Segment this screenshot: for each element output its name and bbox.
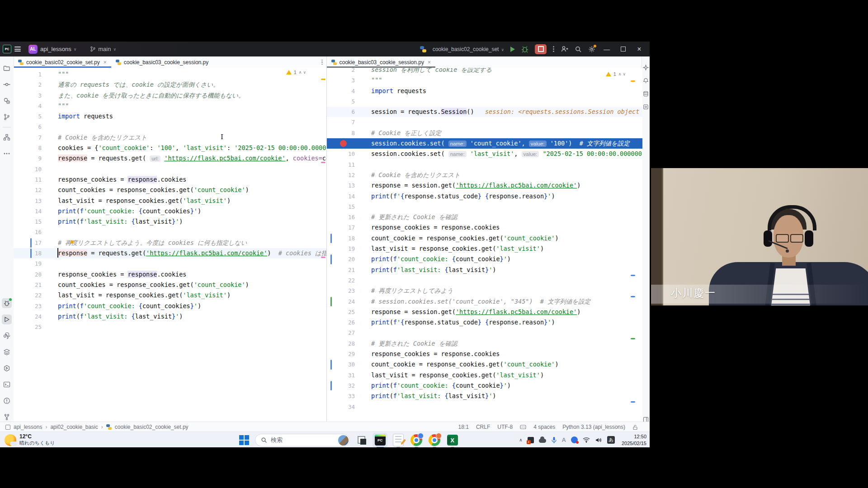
code-line[interactable]: 27 [327, 328, 642, 338]
code-line[interactable]: 14print(f'count_cookie: {count_cookies}'… [14, 206, 326, 216]
code-line[interactable]: 16 [14, 227, 326, 237]
code-line[interactable]: 14print(f'{response.status_code} {respon… [327, 191, 642, 202]
gutter[interactable]: 33 [327, 391, 355, 401]
tray-language-icon[interactable]: A [562, 436, 566, 443]
code-text[interactable]: import requests [42, 111, 326, 122]
code-text[interactable] [355, 96, 642, 107]
code-text[interactable]: print(f'count_cookie: {count_cookies}') [42, 301, 326, 311]
code-text[interactable]: print(f'count_cookie: {count_cookie}') [355, 380, 642, 391]
python-packages-tool-button[interactable] [2, 331, 12, 341]
code-text[interactable] [42, 164, 326, 174]
gutter[interactable]: 17 [327, 222, 355, 233]
settings-button[interactable] [588, 46, 595, 53]
code-text[interactable]: # Cookie を正しく設定 [355, 128, 642, 138]
caret-position-widget[interactable]: 18:1 [458, 424, 469, 430]
gutter[interactable]: 18 [327, 233, 355, 244]
code-line[interactable]: 12count_cookies = response_cookies.get('… [14, 185, 326, 195]
line-number[interactable]: 31 [340, 370, 355, 380]
line-number[interactable]: 8 [340, 128, 355, 138]
breadcrumb-package[interactable]: api02_cookie_basic [50, 424, 98, 430]
code-line[interactable]: 6 [14, 122, 326, 132]
code-text[interactable]: print(f'{response.status_code} {response… [355, 191, 642, 202]
gutter[interactable]: 7 [14, 132, 42, 143]
line-number[interactable]: 29 [340, 349, 355, 359]
gutter[interactable]: 10 [14, 164, 42, 174]
code-line[interactable]: 23print(f'count_cookie: {count_cookies}'… [14, 301, 326, 311]
line-number[interactable]: 22 [340, 275, 355, 286]
code-line[interactable]: 4""" [14, 101, 326, 111]
debug-tool-button[interactable] [2, 298, 12, 308]
code-text[interactable]: response_cookies = response.cookies [355, 222, 642, 233]
tab-options-button[interactable] [321, 59, 326, 66]
code-text[interactable]: last_visit = response_cookies.get('last_… [42, 196, 326, 206]
line-number[interactable]: 11 [340, 160, 355, 170]
code-line[interactable]: 13last_visit = response_cookies.get('las… [14, 196, 326, 206]
stop-button[interactable] [535, 44, 547, 54]
line-number[interactable]: 11 [26, 174, 42, 185]
code-line[interactable]: 4import requests [327, 86, 642, 96]
code-text[interactable]: """ [42, 101, 326, 111]
gutter[interactable]: 30 [327, 359, 355, 370]
line-number[interactable]: 23 [26, 301, 42, 311]
code-line[interactable]: 31last_visit = response_cookies.get('las… [327, 370, 642, 380]
code-line[interactable]: 3""" [327, 75, 642, 85]
taskbar-notepad-button[interactable] [392, 434, 404, 446]
code-text[interactable]: session を利用して cookie を設定する [355, 68, 642, 75]
editor-left[interactable]: 1"""2通常の requests では、cookie の設定が面倒くさい。3ま… [14, 68, 326, 422]
code-line[interactable]: 7# Cookie を含めたリクエスト [14, 132, 326, 143]
line-number[interactable]: 27 [340, 328, 355, 338]
gutter[interactable]: 5 [327, 96, 355, 107]
line-number[interactable]: 5 [340, 96, 355, 107]
code-line[interactable]: 3また、cookie を受け取ったときに自動的に保存する機能もない。 [14, 90, 326, 101]
code-line[interactable]: 7 [327, 117, 642, 127]
code-text[interactable] [42, 322, 326, 332]
pull-requests-tool-button[interactable] [2, 96, 12, 106]
line-separator-widget[interactable]: CRLF [476, 424, 490, 430]
tray-app-icon[interactable]: 1 [528, 437, 534, 443]
line-number[interactable]: 14 [26, 206, 42, 216]
code-line[interactable]: 22last_visit = response_cookies.get('las… [14, 290, 326, 300]
line-number[interactable]: 7 [340, 117, 355, 127]
more-actions-button[interactable] [553, 45, 554, 53]
code-text[interactable]: session.cookies.set( name: 'count_cookie… [355, 138, 642, 149]
code-line[interactable]: 1""" [14, 69, 326, 80]
code-line[interactable]: 8cookies = {'count_cookie': '100', 'last… [14, 143, 326, 153]
line-number[interactable]: 18 [340, 233, 355, 244]
code-text[interactable]: response_cookies = response.cookies [42, 174, 326, 185]
branches-tool-button[interactable] [2, 112, 12, 122]
code-line[interactable]: 20response_cookies = response.cookies [14, 269, 326, 280]
code-text[interactable]: print(f'count_cookie: {count_cookies}') [42, 206, 326, 216]
ai-assistant-tool-button[interactable] [642, 64, 649, 71]
code-line[interactable]: 5import requests [14, 111, 326, 122]
line-number[interactable]: 34 [340, 402, 355, 412]
code-line[interactable]: 24print(f'last_visit: {last_visit}') [14, 311, 326, 322]
line-number[interactable]: 22 [26, 290, 42, 300]
code-text[interactable]: # 再度リクエストしてみよう。今度は cookies に何も指定しない [42, 238, 326, 248]
line-number[interactable]: 3 [340, 75, 355, 85]
line-number[interactable]: 7 [26, 132, 42, 143]
inspections-widget-right[interactable]: 1 ∧∨ [606, 71, 627, 77]
gutter[interactable]: 9 [14, 153, 42, 164]
code-text[interactable]: import requests [355, 86, 642, 96]
gutter[interactable]: 24 [14, 311, 42, 322]
code-text[interactable] [355, 328, 642, 338]
line-number[interactable]: 17 [26, 238, 42, 248]
gutter[interactable]: 14 [14, 206, 42, 216]
code-line[interactable]: 10 [14, 164, 326, 174]
gutter[interactable]: 22 [327, 275, 355, 286]
code-line[interactable]: 33print(f'last_visit: {last_visit}') [327, 391, 642, 401]
line-number[interactable]: 23 [340, 286, 355, 296]
gutter[interactable]: 24 [327, 296, 355, 307]
gutter[interactable]: 14 [327, 191, 355, 202]
code-text[interactable]: session = requests.Session() session: <r… [355, 107, 642, 117]
code-line[interactable]: 24# session.cookies.set('count_cookie', … [327, 296, 642, 307]
code-text[interactable]: # Cookie を含めたリクエスト [355, 170, 642, 180]
line-number[interactable]: 2 [26, 80, 42, 90]
gutter[interactable]: 5 [14, 111, 42, 122]
code-text[interactable]: last_visit = response_cookies.get('last_… [355, 244, 642, 254]
breadcrumb-project[interactable]: api_lessons [14, 424, 42, 430]
code-text[interactable]: session.cookies.set( name: 'last_visit',… [355, 149, 642, 159]
line-number[interactable]: 33 [340, 391, 355, 401]
tray-user-icon[interactable] [571, 436, 578, 443]
python-console-tool-button[interactable] [2, 363, 12, 373]
